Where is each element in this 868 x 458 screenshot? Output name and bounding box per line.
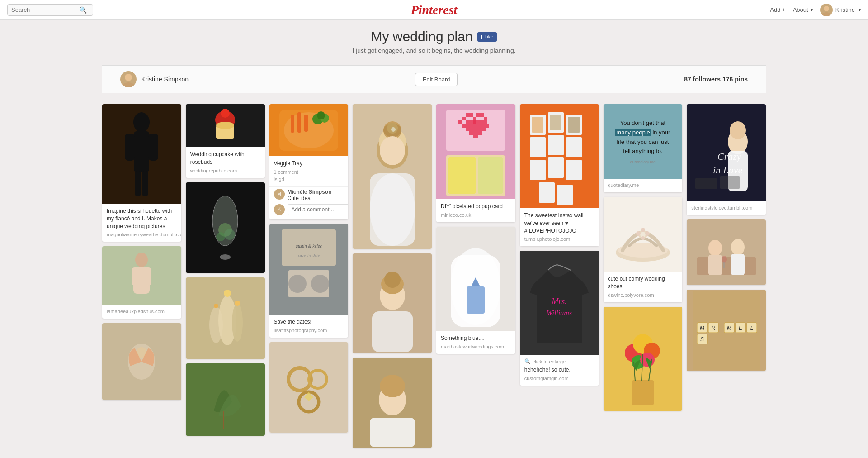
search-box[interactable]: 🔍	[7, 4, 93, 16]
svg-rect-96	[539, 182, 555, 203]
svg-rect-9	[142, 171, 148, 196]
list-item[interactable]	[102, 323, 181, 400]
pin-source: is.gd	[274, 177, 344, 182]
comment-text: Cute idea	[288, 195, 311, 201]
about-chevron: ▾	[811, 7, 813, 12]
pin-column-2: Wedding cupcake with rosebuds weddingrep…	[186, 104, 265, 436]
pin-column-6: The sweetest Instax wall we've ever seen…	[520, 104, 599, 386]
pin-image	[102, 246, 181, 305]
list-item[interactable]: The sweetest Instax wall we've ever seen…	[520, 104, 599, 246]
svg-point-61	[384, 272, 401, 288]
list-item[interactable]: Wedding cupcake with rosebuds weddingrep…	[186, 104, 265, 178]
list-item[interactable]	[604, 307, 683, 411]
svg-rect-98	[532, 117, 543, 133]
svg-point-128	[708, 240, 722, 256]
user-chevron: ▾	[859, 7, 861, 12]
list-item[interactable]: austin & kylee save the date Save the da…	[269, 224, 349, 338]
svg-rect-7	[148, 134, 158, 161]
list-item[interactable]	[186, 363, 265, 436]
list-item[interactable]: DIY' pixelated popup card minieco.co.uk	[436, 104, 515, 222]
list-item[interactable]: cute but comfy wedding shoes dswinc.poly…	[604, 197, 683, 302]
svg-point-19	[216, 122, 234, 129]
pin-info: The sweetest Instax wall we've ever seen…	[520, 208, 599, 246]
owner-name: Kristine Simpson	[141, 76, 189, 83]
svg-rect-125	[695, 178, 717, 189]
svg-text:L: L	[750, 325, 753, 331]
header-right: Add + About ▾ Kristine ▾	[770, 4, 861, 16]
edit-board-button[interactable]: Edit Board	[415, 73, 458, 86]
quote-text: You don't get that many people in your l…	[613, 119, 674, 156]
search-icon[interactable]: 🔍	[79, 6, 87, 14]
pin-image: Mrs. Williams	[520, 251, 599, 355]
user-menu[interactable]: Kristine ▾	[820, 4, 861, 16]
about-button[interactable]: About ▾	[793, 6, 813, 13]
svg-rect-77	[473, 120, 487, 124]
fb-like-button[interactable]: f Like	[477, 32, 497, 42]
list-item[interactable]: Something blue.... marthastewartweddings…	[436, 227, 515, 354]
svg-rect-34	[291, 114, 294, 133]
svg-point-1	[822, 12, 831, 16]
pin-image: austin & kylee save the date	[269, 224, 349, 315]
quote-attribution: quotediary.me	[613, 160, 674, 164]
pin-column-7: You don't get that many people in your l…	[604, 104, 683, 411]
pin-source: minieco.co.uk	[441, 212, 511, 218]
pin-image	[436, 227, 515, 331]
svg-point-10	[135, 253, 148, 267]
svg-rect-97	[557, 185, 573, 205]
svg-rect-91	[548, 135, 564, 155]
add-button[interactable]: Add +	[770, 6, 785, 13]
pin-info: 🔍click to enlarge hehehehe! so cute. cus…	[520, 355, 599, 386]
list-item[interactable]	[687, 219, 766, 285]
list-item[interactable]	[186, 182, 265, 273]
svg-rect-86	[467, 286, 485, 314]
svg-rect-111	[632, 380, 654, 405]
list-item[interactable]: Imagine this silhouette with my fiancé a…	[102, 104, 181, 242]
svg-rect-13	[146, 267, 151, 286]
pin-description: Veggie Tray	[274, 160, 344, 167]
logo[interactable]: Pinterest	[411, 3, 458, 17]
svg-point-24	[224, 229, 235, 240]
add-comment-input[interactable]	[288, 204, 349, 215]
list-item[interactable]: lamarieeauxpiedsnus.com	[102, 246, 181, 319]
list-item[interactable]	[353, 104, 432, 249]
board-owner: Kristine Simpson	[120, 71, 189, 87]
pin-info: cute but comfy wedding shoes dswinc.poly…	[604, 272, 683, 302]
svg-rect-74	[484, 117, 487, 120]
svg-rect-93	[530, 160, 546, 180]
pin-source: lisafittsphotography.com	[274, 328, 344, 333]
pin-column-5: DIY' pixelated popup card minieco.co.uk	[436, 104, 515, 354]
svg-rect-99	[550, 114, 561, 130]
svg-point-30	[235, 301, 240, 306]
pin-source: lamarieeauxpiedsnus.com	[107, 309, 177, 314]
list-item[interactable]: You don't get that many people in your l…	[604, 104, 683, 192]
pin-description: Save the dates!	[274, 318, 344, 326]
pin-column-3: Veggie Tray 1 comment is.gd M Michèle Si…	[269, 104, 349, 433]
svg-point-58	[391, 127, 396, 132]
board-header: My wedding plan f Like I just got engage…	[102, 29, 766, 54]
list-item[interactable]	[186, 277, 265, 359]
list-item[interactable]	[353, 253, 432, 353]
pin-image	[186, 104, 265, 147]
list-item[interactable]: Mrs. Williams 🔍click to enlarge hehehehe…	[520, 251, 599, 386]
add-comment-row: K	[274, 204, 344, 215]
svg-point-44	[288, 275, 307, 293]
list-item[interactable]: Veggie Tray 1 comment is.gd M Michèle Si…	[269, 104, 349, 219]
svg-rect-31	[223, 411, 224, 429]
svg-point-64	[380, 375, 405, 397]
svg-rect-35	[297, 112, 301, 133]
svg-rect-8	[135, 171, 141, 196]
search-input[interactable]	[11, 6, 79, 13]
pin-source: customglamgirl.com	[524, 376, 594, 381]
list-item[interactable]	[353, 358, 432, 448]
svg-text:M: M	[727, 325, 731, 331]
pin-image	[186, 363, 265, 436]
list-item[interactable]: M R M E L S	[687, 290, 766, 371]
list-item[interactable]: Crazy in Love sterlingstylelove.tumblr.c…	[687, 104, 766, 215]
svg-rect-126	[720, 176, 740, 189]
svg-point-108	[645, 231, 650, 236]
list-item[interactable]	[269, 342, 349, 433]
pin-image: You don't get that many people in your l…	[604, 104, 683, 179]
pin-column-8: Crazy in Love sterlingstylelove.tumblr.c…	[687, 104, 766, 371]
svg-rect-80	[469, 131, 482, 135]
svg-rect-71	[473, 117, 476, 120]
